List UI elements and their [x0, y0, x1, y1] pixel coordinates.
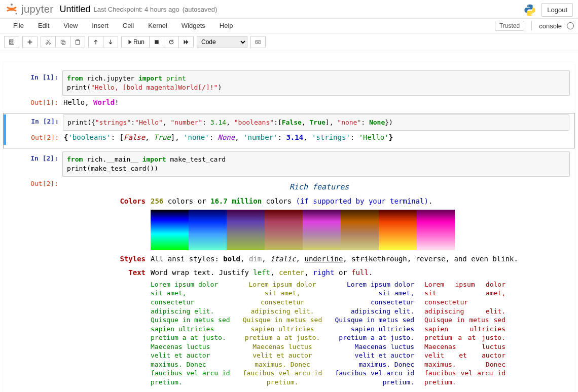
cell-output: {'booleans': [False, True], 'none': None…: [63, 131, 574, 145]
out-prompt: Out[1]:: [7, 96, 62, 110]
cut-icon: [45, 39, 51, 45]
text-body: Word wrap text. Justify left, center, ri…: [151, 268, 575, 386]
colors-text: 256 colors or 16.7 million colors (if su…: [151, 197, 575, 250]
colors-label: Colors: [63, 197, 151, 250]
menu-insert[interactable]: Insert: [85, 18, 116, 33]
stop-icon: [154, 39, 160, 45]
move-up-button[interactable]: [88, 36, 103, 48]
styles-text: All ansi styles: bold, dim, italic, unde…: [151, 254, 575, 264]
jupyter-icon: [5, 3, 18, 16]
lorem-right: Lorem ipsum dolor sit amet, consectetur …: [333, 280, 414, 387]
menu-file[interactable]: File: [6, 18, 31, 33]
paste-button[interactable]: [70, 36, 85, 48]
header: jupyter Untitled Last Checkpoint: 4 hour…: [0, 0, 578, 18]
save-button[interactable]: [4, 36, 19, 48]
jupyter-logo-text: jupyter: [21, 4, 54, 15]
lorem-left: Lorem ipsum dolor sit amet, consectetur …: [151, 280, 232, 387]
in-prompt: In [2]:: [7, 151, 62, 177]
in-prompt: In [2]:: [7, 114, 63, 131]
color-swatches: [151, 210, 575, 250]
lorem-full: Lorem ipsum dolor sit amet, consectetur …: [424, 280, 505, 387]
console-label[interactable]: console: [539, 22, 562, 30]
rich-features-title: Rich features: [63, 182, 575, 192]
restart-button[interactable]: [164, 36, 179, 48]
menubar: File Edit View Insert Cell Kernel Widget…: [0, 18, 578, 33]
out-prompt: Out[2]:: [7, 177, 62, 392]
text-label: Text: [63, 268, 151, 386]
svg-point-1: [16, 13, 17, 15]
trusted-badge[interactable]: Trusted: [495, 21, 524, 31]
menu-view[interactable]: View: [56, 18, 85, 33]
run-label: Run: [133, 38, 144, 46]
notebook-title[interactable]: Untitled: [60, 4, 91, 15]
python-icon: [523, 4, 536, 17]
svg-point-0: [11, 4, 13, 6]
checkpoint-text: Last Checkpoint: 4 hours ago: [94, 6, 179, 13]
svg-rect-5: [62, 42, 65, 45]
restart-run-all-button[interactable]: [179, 36, 194, 48]
add-cell-button[interactable]: [22, 36, 38, 48]
code-input[interactable]: from rich.__main__ import make_test_card…: [62, 151, 570, 177]
out-prompt: Out[2]:: [7, 131, 63, 145]
styles-label: Styles: [63, 254, 151, 264]
menu-widgets[interactable]: Widgets: [174, 18, 212, 33]
logout-button[interactable]: Logout: [541, 3, 573, 17]
notebook-container: In [1]: from rich.jupyter import print p…: [0, 57, 578, 392]
stop-button[interactable]: [150, 36, 164, 48]
move-down-button[interactable]: [103, 36, 118, 48]
menu-help[interactable]: Help: [212, 18, 240, 33]
arrow-up-icon: [93, 39, 99, 45]
code-input[interactable]: from rich.jupyter import print print("He…: [62, 70, 570, 96]
menu-kernel[interactable]: Kernel: [141, 18, 174, 33]
celltype-select[interactable]: Code: [197, 36, 247, 48]
restart-icon: [168, 39, 174, 45]
kernel-indicator-icon[interactable]: [567, 22, 574, 29]
code-cell[interactable]: In [1]: from rich.jupyter import print p…: [3, 69, 575, 111]
save-icon: [9, 39, 15, 45]
keyboard-icon: [255, 39, 261, 45]
arrow-down-icon: [107, 39, 114, 45]
code-cell[interactable]: In [2]: print({"strings":"Hello", "numbe…: [3, 113, 575, 148]
code-input[interactable]: print({"strings":"Hello", "number": 3.14…: [63, 114, 569, 131]
svg-rect-8: [155, 40, 159, 44]
cell-output: Rich features Colors 256 colors or 16.7 …: [62, 177, 575, 392]
paste-icon: [75, 39, 81, 45]
run-button[interactable]: Run: [121, 36, 150, 48]
run-icon: [126, 39, 132, 45]
svg-rect-6: [76, 40, 80, 44]
copy-button[interactable]: [56, 36, 70, 48]
in-prompt: In [1]:: [7, 70, 62, 96]
copy-icon: [60, 39, 66, 45]
cut-button[interactable]: [41, 36, 56, 48]
toolbar: Run Code: [0, 33, 578, 51]
command-palette-button[interactable]: [250, 36, 266, 48]
plus-icon: [27, 39, 33, 45]
svg-rect-4: [61, 40, 64, 43]
autosave-text: (autosaved): [183, 6, 218, 13]
menu-cell[interactable]: Cell: [116, 18, 141, 33]
lorem-center: Lorem ipsum dolor sit amet, consectetur …: [242, 280, 323, 387]
cell-output: Hello, World!: [62, 96, 575, 110]
code-cell[interactable]: In [2]: from rich.__main__ import make_t…: [3, 150, 575, 392]
fast-forward-icon: [183, 39, 189, 45]
menu-edit[interactable]: Edit: [31, 18, 56, 33]
jupyter-logo[interactable]: jupyter: [5, 3, 54, 16]
separator: [531, 21, 532, 30]
